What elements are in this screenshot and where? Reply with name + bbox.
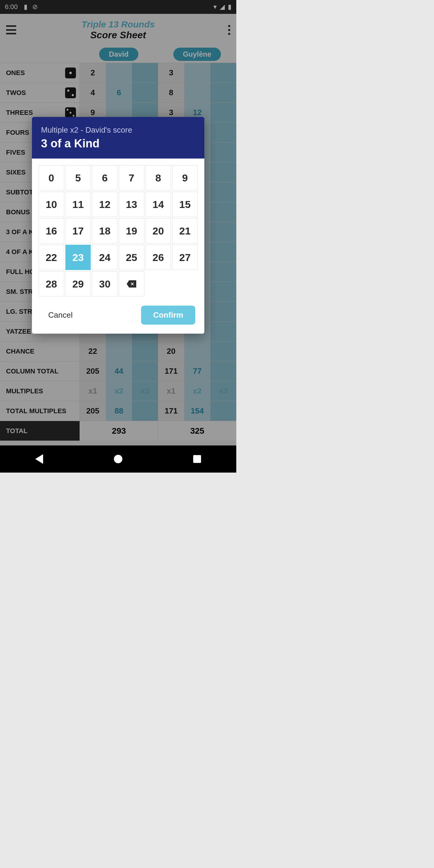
backspace-button[interactable] bbox=[119, 271, 144, 297]
number-grid: 0567891011121314151617181920212223242526… bbox=[32, 158, 204, 300]
number-button-26[interactable]: 26 bbox=[146, 245, 171, 270]
number-button-25[interactable]: 25 bbox=[119, 245, 144, 270]
number-button-20[interactable]: 20 bbox=[146, 218, 171, 244]
number-button-27[interactable]: 27 bbox=[172, 245, 198, 270]
number-button-22[interactable]: 22 bbox=[38, 245, 64, 270]
number-button-5[interactable]: 5 bbox=[65, 165, 91, 190]
number-button-17[interactable]: 17 bbox=[65, 218, 91, 244]
dialog-actions: Cancel Confirm bbox=[32, 300, 204, 334]
number-button-7[interactable]: 7 bbox=[119, 165, 144, 190]
number-button-0[interactable]: 0 bbox=[38, 165, 64, 190]
number-button-16[interactable]: 16 bbox=[38, 218, 64, 244]
number-button-10[interactable]: 10 bbox=[38, 192, 64, 217]
number-button-23[interactable]: 23 bbox=[65, 245, 91, 270]
score-dialog: Multiple x2 - David's score 3 of a Kind … bbox=[32, 117, 204, 334]
number-button-28[interactable]: 28 bbox=[38, 271, 64, 297]
dialog-header: Multiple x2 - David's score 3 of a Kind bbox=[32, 117, 204, 158]
number-button-24[interactable]: 24 bbox=[92, 245, 118, 270]
number-button-19[interactable]: 19 bbox=[119, 218, 144, 244]
number-button-8[interactable]: 8 bbox=[146, 165, 171, 190]
number-button-18[interactable]: 18 bbox=[92, 218, 118, 244]
nav-back-icon[interactable] bbox=[35, 454, 43, 464]
dialog-subtitle: Multiple x2 - David's score bbox=[41, 125, 195, 135]
number-button-13[interactable]: 13 bbox=[119, 192, 144, 217]
dialog-title: 3 of a Kind bbox=[41, 137, 195, 150]
number-button-30[interactable]: 30 bbox=[92, 271, 118, 297]
cancel-button[interactable]: Cancel bbox=[41, 307, 80, 323]
nav-recent-icon[interactable] bbox=[193, 455, 201, 463]
backspace-icon bbox=[127, 280, 136, 287]
number-button-14[interactable]: 14 bbox=[146, 192, 171, 217]
android-nav-bar bbox=[0, 445, 236, 472]
number-button-29[interactable]: 29 bbox=[65, 271, 91, 297]
number-button-6[interactable]: 6 bbox=[92, 165, 118, 190]
nav-home-icon[interactable] bbox=[114, 455, 122, 463]
confirm-button[interactable]: Confirm bbox=[141, 306, 195, 324]
number-button-12[interactable]: 12 bbox=[92, 192, 118, 217]
number-button-9[interactable]: 9 bbox=[172, 165, 198, 190]
number-button-21[interactable]: 21 bbox=[172, 218, 198, 244]
number-button-11[interactable]: 11 bbox=[65, 192, 91, 217]
number-button-15[interactable]: 15 bbox=[172, 192, 198, 217]
